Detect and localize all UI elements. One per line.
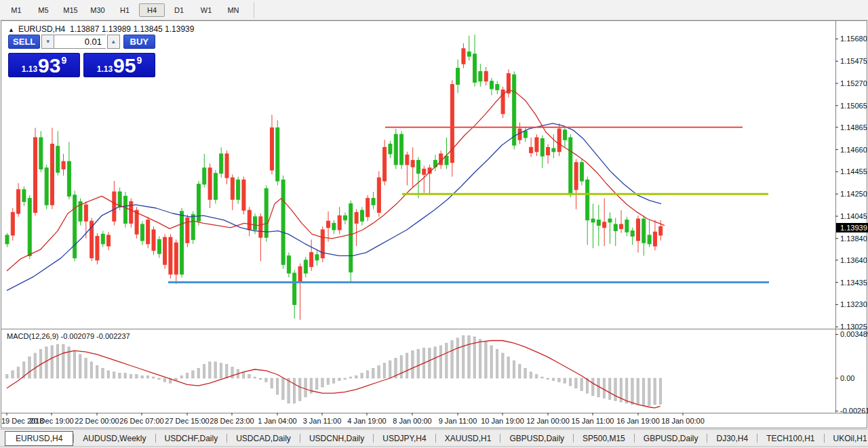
svg-text:0.00: 0.00 (840, 374, 854, 382)
timeframe-m5[interactable]: M5 (31, 3, 56, 17)
svg-text:1.15475: 1.15475 (840, 57, 867, 65)
buy-price-prefix: 1.13 (97, 64, 113, 74)
timeframe-bar: M1M5M15M30H1H4D1W1MN (3, 3, 247, 17)
tab-tech100-h1[interactable]: TECH100,H1 (757, 432, 823, 445)
svg-text:MACD(12,26,9) -0.002079 -0.002: MACD(12,26,9) -0.002079 -0.002237 (7, 332, 130, 340)
chart-symbol: EURUSD,H4 (18, 24, 65, 34)
sell-button[interactable]: SELL (8, 35, 40, 49)
timeframe-m1[interactable]: M1 (3, 3, 29, 17)
tab-dj30-h4[interactable]: DJ30,H4 (707, 432, 757, 445)
tab-sp500-m15[interactable]: SP500,M15 (574, 432, 634, 445)
svg-text:15 Jan 11:00: 15 Jan 11:00 (572, 417, 614, 425)
sell-price-prefix: 1.13 (22, 64, 37, 74)
timeframe-d1[interactable]: D1 (166, 3, 192, 17)
svg-text:1.13230: 1.13230 (840, 300, 867, 308)
timeframe-m15[interactable]: M15 (58, 3, 83, 17)
svg-text:1.14455: 1.14455 (840, 167, 867, 176)
svg-text:1.15270: 1.15270 (840, 79, 867, 87)
svg-text:27 Dec 15:00: 27 Dec 15:00 (165, 417, 209, 425)
sell-price-big: 93 (38, 56, 60, 76)
tab-usdjpy-h4[interactable]: USDJPY,H4 (374, 432, 435, 445)
timeframe-toolbar: M1M5M15M30H1H4D1W1MN (0, 0, 868, 20)
svg-text:12 Jan 00:00: 12 Jan 00:00 (526, 417, 570, 425)
svg-text:1.13939: 1.13939 (840, 224, 867, 232)
svg-text:20 Dec 19:00: 20 Dec 19:00 (29, 417, 73, 425)
svg-text:18 Jan 00:00: 18 Jan 00:00 (661, 417, 705, 425)
svg-text:4 Jan 19:00: 4 Jan 19:00 (347, 417, 387, 425)
chart-ohlc: 1.13887 1.13989 1.13845 1.13939 (70, 24, 195, 34)
chevron-up-icon: ▲ (111, 39, 116, 45)
volume-decrease-button[interactable]: ▼ (41, 35, 54, 49)
svg-text:1.14250: 1.14250 (840, 190, 867, 198)
buy-price-sup: 9 (136, 55, 142, 66)
svg-text:1.14045: 1.14045 (840, 212, 867, 220)
svg-text:1.15680: 1.15680 (840, 35, 867, 43)
svg-text:1.14660: 1.14660 (840, 146, 867, 154)
timeframe-h1[interactable]: H1 (112, 3, 138, 17)
svg-text:1.14865: 1.14865 (840, 123, 867, 131)
chart-canvas[interactable]: 1.156801.154751.152701.150651.148651.146… (0, 20, 868, 429)
svg-text:1.13025: 1.13025 (840, 323, 867, 331)
timeframe-w1[interactable]: W1 (193, 3, 219, 17)
svg-text:28 Dec 23:00: 28 Dec 23:00 (210, 417, 254, 425)
sell-price-sup: 9 (61, 55, 66, 66)
chevron-down-icon: ▼ (45, 39, 51, 45)
svg-text:26 Dec 07:00: 26 Dec 07:00 (119, 417, 163, 425)
svg-text:1.13435: 1.13435 (840, 279, 867, 287)
tab-usdchf-daily[interactable]: USDCHF,Daily (156, 432, 227, 445)
one-click-trading-panel: SELL ▼ ▲ BUY 1.13939 1.13959 (8, 35, 155, 77)
tab-ukoil-h1[interactable]: UKOil,H1 (825, 432, 868, 445)
tab-xauusd-h1[interactable]: XAUUSD,H1 (436, 432, 500, 445)
tab-gbpusd-daily[interactable]: GBPUSD,Daily (500, 432, 573, 445)
sell-price-panel[interactable]: 1.13939 (8, 53, 80, 77)
collapse-panel-icon[interactable]: ▲ (8, 26, 14, 33)
tab-gbpusd-daily[interactable]: GBPUSD,Daily (635, 432, 707, 445)
tab-usdcnh-daily[interactable]: USDCNH,Daily (300, 432, 373, 445)
svg-text:10 Jan 19:00: 10 Jan 19:00 (481, 417, 524, 425)
buy-button[interactable]: BUY (123, 35, 155, 49)
svg-text:1 Jan 04:00: 1 Jan 04:00 (258, 417, 297, 425)
svg-text:1.13640: 1.13640 (840, 256, 867, 264)
volume-increase-button[interactable]: ▲ (107, 35, 120, 49)
buy-price-panel[interactable]: 1.13959 (83, 53, 155, 77)
svg-text:1.13840: 1.13840 (840, 235, 867, 243)
svg-text:0.003489: 0.003489 (840, 330, 868, 338)
svg-text:8 Jan 00:00: 8 Jan 00:00 (393, 417, 432, 425)
toolbar-separator (254, 2, 254, 18)
volume-input[interactable] (54, 35, 106, 49)
tab-list: EURUSD,H4AUDUSD,WeeklyUSDCHF,DailyUSDCAD… (0, 431, 868, 446)
svg-text:22 Dec 00:00: 22 Dec 00:00 (75, 417, 119, 425)
timeframe-mn[interactable]: MN (220, 3, 246, 17)
svg-text:9 Jan 11:00: 9 Jan 11:00 (439, 417, 477, 425)
timeframe-h4[interactable]: H4 (139, 3, 165, 17)
svg-text:16 Jan 19:00: 16 Jan 19:00 (616, 417, 660, 425)
svg-text:3 Jan 11:00: 3 Jan 11:00 (303, 417, 342, 425)
buy-price-big: 95 (113, 56, 136, 76)
tab-usdcad-daily[interactable]: USDCAD,Daily (227, 432, 300, 445)
timeframe-m30[interactable]: M30 (85, 3, 111, 17)
svg-text:1.15065: 1.15065 (840, 102, 867, 110)
tab-eurusd-h4[interactable]: EURUSD,H4 (5, 431, 73, 446)
tab-audusd-weekly[interactable]: AUDUSD,Weekly (74, 432, 155, 445)
chart-title: ▲EURUSD,H4 1.13887 1.13989 1.13845 1.139… (8, 24, 194, 34)
svg-text:-0.002617: -0.002617 (840, 407, 868, 415)
chart-tab-bar: EURUSD,H4AUDUSD,WeeklyUSDCHF,DailyUSDCAD… (0, 429, 868, 447)
